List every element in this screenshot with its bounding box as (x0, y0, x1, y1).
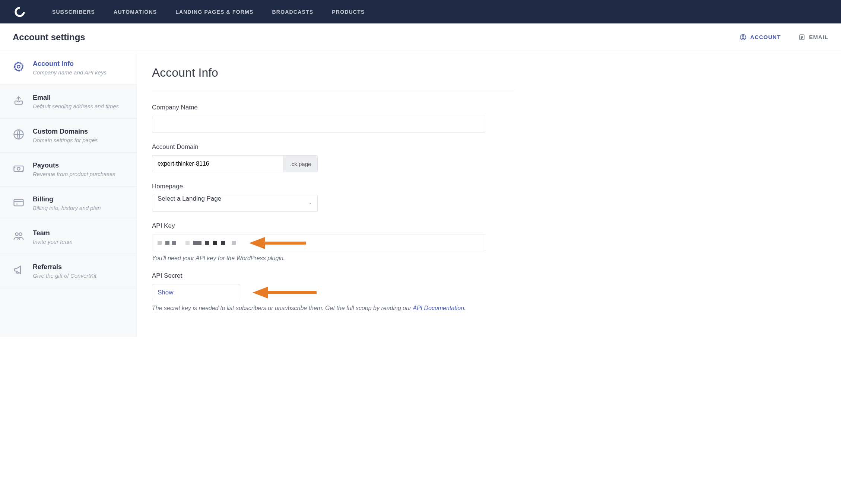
credit-card-icon (12, 195, 25, 209)
svg-rect-5 (14, 166, 23, 172)
svg-point-9 (19, 233, 22, 236)
svg-rect-7 (14, 200, 23, 206)
user-circle-icon (740, 34, 746, 41)
show-api-secret-button[interactable]: Show (152, 284, 240, 301)
field-account-domain: Account Domain .ck.page (152, 143, 513, 172)
sidebar-item-desc: Default sending address and times (33, 103, 119, 109)
email-file-icon (799, 34, 805, 41)
divider (152, 91, 513, 91)
brand-logo[interactable] (13, 6, 26, 18)
account-domain-input[interactable] (152, 155, 283, 172)
sidebar-item-label: Team (33, 229, 73, 237)
megaphone-icon (12, 263, 25, 277)
sidebar-item-payouts[interactable]: Payouts Revenue from product purchases (0, 153, 137, 186)
field-company-name: Company Name (152, 104, 513, 133)
sidebar-item-billing[interactable]: Billing Billing info, history and plan (0, 186, 137, 220)
nav-subscribers[interactable]: SUBSCRIBERS (52, 9, 95, 15)
tab-email[interactable]: EMAIL (799, 34, 828, 41)
sidebar-item-label: Referrals (33, 263, 96, 271)
api-key-value[interactable] (152, 234, 485, 251)
field-api-key: API Key You'll need your API key for the… (152, 222, 513, 262)
settings-sidebar: Account Info Company name and API keys E… (0, 51, 137, 337)
api-secret-label: API Secret (152, 272, 513, 280)
gear-icon (12, 60, 25, 73)
api-secret-help: The secret key is needed to list subscri… (152, 305, 513, 312)
svg-point-1 (742, 35, 744, 37)
subheader-tabs: ACCOUNT EMAIL (740, 34, 828, 41)
nav-landing-pages-forms[interactable]: LANDING PAGES & FORMS (175, 9, 253, 15)
cash-icon (12, 162, 25, 175)
content-heading: Account Info (152, 66, 513, 80)
sidebar-item-desc: Domain settings for pages (33, 137, 98, 143)
outbox-icon (12, 94, 25, 107)
api-key-label: API Key (152, 222, 513, 230)
logo-icon (13, 6, 26, 18)
globe-icon (12, 128, 25, 141)
sidebar-item-email[interactable]: Email Default sending address and times (0, 85, 137, 119)
annotation-arrow (249, 237, 306, 249)
field-homepage: Homepage Select a Landing Page (152, 183, 513, 212)
company-name-label: Company Name (152, 104, 513, 111)
api-documentation-link[interactable]: API Documentation (413, 305, 464, 311)
homepage-select[interactable]: Select a Landing Page (152, 195, 318, 212)
page-title: Account settings (13, 32, 85, 42)
sidebar-item-desc: Billing info, history and plan (33, 205, 101, 211)
sidebar-item-desc: Company name and API keys (33, 69, 107, 76)
content-area: Account Info Company Name Account Domain… (137, 51, 528, 337)
sidebar-item-desc: Invite your team (33, 239, 73, 245)
tab-account[interactable]: ACCOUNT (740, 34, 781, 41)
field-api-secret: API Secret Show The secret key is needed… (152, 272, 513, 312)
nav-products[interactable]: PRODUCTS (332, 9, 365, 15)
svg-point-6 (17, 168, 20, 170)
sidebar-item-label: Custom Domains (33, 128, 98, 135)
api-key-help: You'll need your API key for the WordPre… (152, 255, 513, 262)
sidebar-item-label: Payouts (33, 162, 115, 169)
account-domain-suffix: .ck.page (283, 155, 318, 172)
nav-broadcasts[interactable]: BROADCASTS (272, 9, 314, 15)
sidebar-item-desc: Give the gift of ConvertKit (33, 272, 96, 279)
sidebar-item-team[interactable]: Team Invite your team (0, 220, 137, 254)
annotation-arrow (253, 287, 317, 299)
sidebar-item-referrals[interactable]: Referrals Give the gift of ConvertKit (0, 254, 137, 288)
sidebar-item-label: Account Info (33, 60, 107, 68)
account-domain-label: Account Domain (152, 143, 513, 151)
svg-point-3 (17, 65, 20, 68)
svg-point-8 (15, 233, 18, 236)
top-nav-items: SUBSCRIBERS AUTOMATIONS LANDING PAGES & … (52, 9, 365, 15)
homepage-label: Homepage (152, 183, 513, 190)
team-icon (12, 229, 25, 243)
sidebar-item-label: Email (33, 94, 119, 102)
sidebar-item-custom-domains[interactable]: Custom Domains Domain settings for pages (0, 119, 137, 153)
sidebar-item-desc: Revenue from product purchases (33, 171, 115, 177)
nav-automations[interactable]: AUTOMATIONS (114, 9, 157, 15)
tab-label: EMAIL (809, 34, 828, 40)
sidebar-item-label: Billing (33, 195, 101, 203)
subheader: Account settings ACCOUNT EMAIL (0, 23, 841, 51)
company-name-input[interactable] (152, 116, 485, 133)
main-layout: Account Info Company name and API keys E… (0, 51, 841, 337)
top-nav: SUBSCRIBERS AUTOMATIONS LANDING PAGES & … (0, 0, 841, 23)
sidebar-item-account-info[interactable]: Account Info Company name and API keys (0, 51, 137, 85)
tab-label: ACCOUNT (750, 34, 781, 40)
